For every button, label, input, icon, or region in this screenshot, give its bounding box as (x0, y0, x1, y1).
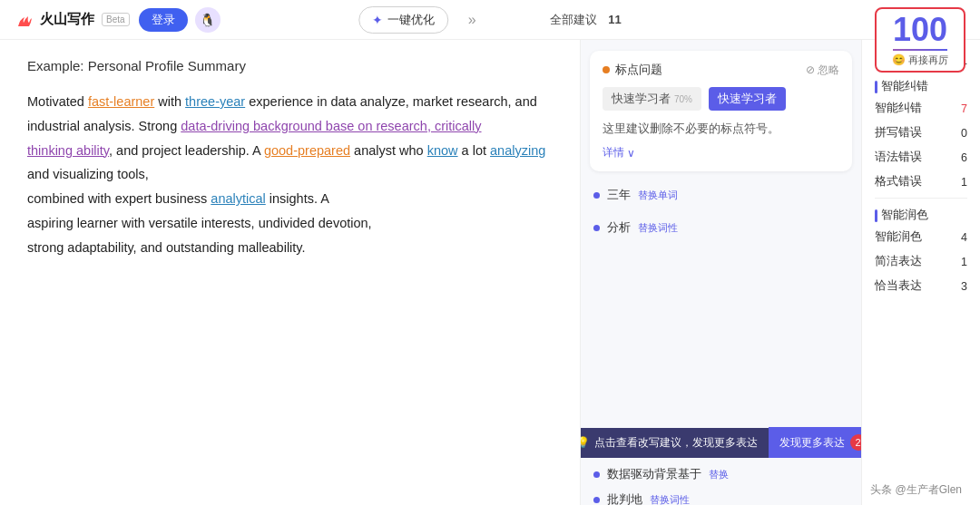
error-total-count: 7 (961, 102, 967, 115)
item-label-4: 批判地 (607, 491, 642, 505)
discover-label: 发现更多表达 (779, 435, 845, 451)
discover-button[interactable]: 发现更多表达 2 (769, 427, 863, 458)
original-word-text: 快速学习者 (612, 91, 671, 107)
item-tag-3[interactable]: 替换 (709, 468, 729, 481)
optimize-label: 一键优化 (387, 12, 435, 28)
score-label: 😊 再接再厉 (892, 53, 948, 67)
suggestion-card: 标点问题 ⊘ 忽略 快速学习者 70% 快速学习者 这里建议删除不必要的标点符号… (590, 51, 852, 171)
sidebar-row-concise[interactable]: 简洁表达 1 (862, 249, 980, 274)
dot-orange (603, 66, 610, 73)
all-suggestions-header-label: 全部建议 (550, 12, 597, 28)
card-detail-btn[interactable]: 详情 ∨ (603, 145, 839, 160)
card-header: 标点问题 ⊘ 忽略 (603, 62, 839, 78)
text-motivated: Motivated (27, 94, 88, 109)
discover-badge: 2 (850, 434, 863, 451)
tooltip-banner: 💡 点击查看改写建议，发现更多表达 发现更多表达 2 (581, 427, 862, 458)
text-three-year[interactable]: three-year (185, 94, 245, 109)
word-options: 快速学习者 70% 快速学习者 (603, 87, 839, 111)
sidebar-row-appropriate[interactable]: 恰当表达 3 (862, 274, 980, 298)
sidebar-row-grammar[interactable]: 语法错误 6 (862, 145, 980, 170)
star-icon: ✦ (372, 13, 383, 27)
text-analyst: analyst who (350, 143, 427, 158)
item-label-1: 三年 (607, 187, 631, 203)
text-know[interactable]: know (427, 143, 458, 158)
score-box: 100 😊 再接再厉 (875, 7, 965, 73)
suggestion-item-4[interactable]: 批判地 替换词性 (581, 483, 861, 505)
item-label-3: 数据驱动背景基于 (607, 466, 701, 482)
header: 火山写作 Beta 登录 🐧 ✦ 一键优化 » 全部建议 11 (0, 0, 980, 40)
ignore-button[interactable]: ⊘ 忽略 (806, 63, 839, 78)
grammar-count: 6 (961, 151, 967, 164)
chevron-down-icon: ∨ (627, 147, 635, 160)
light-icon: 💡 (581, 436, 590, 449)
appropriate-label: 恰当表达 (875, 278, 922, 294)
concise-count: 1 (961, 256, 967, 268)
suggested-word[interactable]: 快速学习者 (709, 87, 786, 111)
error-total-label: 智能纠错 (875, 101, 922, 116)
item-label-2: 分析 (607, 219, 631, 236)
sidebar-divider (875, 198, 967, 199)
text-good-prepared[interactable]: good-prepared (264, 143, 350, 158)
ignore-label: 忽略 (818, 63, 839, 78)
suggestions-panel: 标点问题 ⊘ 忽略 快速学习者 70% 快速学习者 这里建议删除不必要的标点符号… (581, 40, 862, 505)
section-title-error: 智能纠错 (881, 79, 928, 94)
sidebar-section-error-header: 智能纠错 (862, 73, 980, 96)
text-fast-learner[interactable]: fast-learner (88, 94, 154, 109)
item-tag-4[interactable]: 替换词性 (650, 493, 690, 506)
optimize-button[interactable]: ✦ 一键优化 (358, 6, 448, 34)
suggestion-item-2[interactable]: 分析 替换词性 (581, 211, 861, 244)
spelling-count: 0 (961, 127, 967, 140)
sidebar-section-polish-header: 智能润色 (862, 202, 980, 225)
text-analytical[interactable]: analytical (211, 191, 265, 206)
score-text: 再接再厉 (908, 53, 948, 67)
all-suggestions-header-count: 11 (608, 13, 621, 26)
tooltip-text-box: 💡 点击查看改写建议，发现更多表达 (581, 428, 769, 458)
text-and2: and visualizing tools,combined with expe… (27, 167, 211, 206)
original-word: 快速学习者 70% (603, 87, 701, 111)
polish-total-count: 4 (961, 231, 967, 244)
doc-body: Motivated fast-learner with three-year e… (27, 90, 553, 260)
suggestion-item-1[interactable]: 三年 替换单词 (581, 179, 861, 211)
section-title-polish: 智能润色 (881, 208, 928, 223)
card-title-row: 标点问题 (603, 62, 662, 78)
card-title: 标点问题 (615, 62, 662, 78)
score-line (893, 49, 947, 51)
tooltip-text: 点击查看改写建议，发现更多表达 (594, 435, 758, 451)
sidebar-row-spelling[interactable]: 拼写错误 0 (862, 121, 980, 145)
sidebar-row-error-total[interactable]: 智能纠错 7 (862, 96, 980, 121)
text-with: with (154, 94, 185, 109)
dot-blue-4 (593, 497, 600, 503)
text-and: , and project leadership. A (109, 143, 264, 158)
watermark: 头条 @生产者Glen (870, 482, 962, 498)
card-desc: 这里建议删除不必要的标点符号。 (603, 120, 839, 138)
more-button[interactable]: » (459, 7, 485, 33)
appropriate-count: 3 (961, 280, 967, 293)
detail-label: 详情 (603, 145, 624, 160)
doc-title: Example: Personal Profile Summary (27, 58, 553, 73)
ignore-icon: ⊘ (806, 63, 815, 76)
editor-area: Example: Personal Profile Summary Motiva… (0, 40, 581, 505)
text-alot: a lot (458, 143, 490, 158)
avatar[interactable]: 🐧 (195, 7, 220, 33)
dot-blue-3 (593, 471, 600, 478)
section-bar-polish (875, 209, 877, 222)
beta-badge: Beta (102, 13, 130, 26)
concise-label: 简洁表达 (875, 254, 922, 269)
login-button[interactable]: 登录 (139, 8, 188, 32)
sidebar-row-format[interactable]: 格式错误 1 (862, 170, 980, 194)
item-tag-1[interactable]: 替换单词 (638, 189, 678, 202)
right-sidebar: 全部建议 11 智能纠错 智能纠错 7 拼写错误 0 语法错误 6 格式错误 1… (862, 40, 980, 505)
score-number: 100 (893, 14, 947, 46)
text-analyzing[interactable]: analyzing (490, 143, 545, 158)
logo-area: 火山写作 Beta (15, 10, 130, 30)
polish-total-label: 智能润色 (875, 229, 922, 245)
header-center: ✦ 一键优化 » 全部建议 11 (358, 6, 621, 34)
spelling-label: 拼写错误 (875, 125, 922, 141)
format-count: 1 (961, 176, 967, 189)
logo-text: 火山写作 (40, 11, 94, 28)
dot-blue-1 (593, 192, 600, 199)
sidebar-row-polish-total[interactable]: 智能润色 4 (862, 225, 980, 249)
section-bar-error (875, 81, 877, 93)
item-tag-2[interactable]: 替换词性 (638, 221, 678, 235)
word-tag: 70% (674, 94, 692, 104)
